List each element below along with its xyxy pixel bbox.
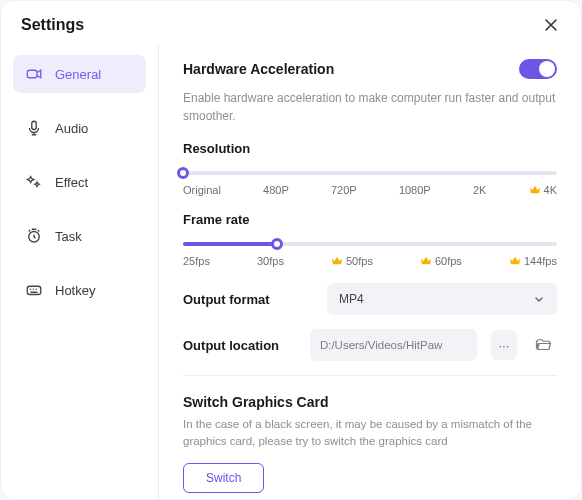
sidebar-item-audio[interactable]: Audio	[13, 109, 146, 147]
framerate-ticks: 25fps30fps 50fps 60fps 144fps	[183, 255, 557, 267]
more-options-button[interactable]: ···	[491, 330, 517, 360]
slider-thumb[interactable]	[177, 167, 189, 179]
crown-icon	[420, 256, 432, 266]
close-icon	[544, 18, 558, 32]
resolution-tick: 1080P	[399, 184, 431, 196]
chevron-down-icon	[533, 293, 545, 305]
folder-open-icon	[535, 336, 553, 354]
crown-icon	[331, 256, 343, 266]
resolution-tick: 4K	[529, 184, 557, 196]
sidebar-item-label: Hotkey	[55, 283, 95, 298]
sidebar-item-label: Effect	[55, 175, 88, 190]
close-button[interactable]	[541, 15, 561, 35]
sidebar-item-effect[interactable]: Effect	[13, 163, 146, 201]
resolution-ticks: Original480P720P1080P2K 4K	[183, 184, 557, 196]
resolution-tick: Original	[183, 184, 221, 196]
output-location-label: Output location	[183, 338, 296, 353]
crown-icon	[509, 256, 521, 266]
svg-rect-0	[27, 70, 37, 78]
slider-fill	[183, 242, 277, 246]
sidebar-item-general[interactable]: General	[13, 55, 146, 93]
framerate-tick: 50fps	[331, 255, 373, 267]
resolution-slider[interactable]	[183, 166, 557, 180]
sidebar-item-label: Audio	[55, 121, 88, 136]
window-header: Settings	[1, 1, 581, 45]
svg-rect-3	[27, 286, 41, 294]
framerate-title: Frame rate	[183, 212, 557, 227]
spacer	[183, 493, 557, 500]
sidebar-item-label: General	[55, 67, 101, 82]
svg-rect-1	[32, 121, 37, 129]
framerate-tick: 30fps	[257, 255, 284, 267]
clock-icon	[25, 227, 43, 245]
framerate-tick: 144fps	[509, 255, 557, 267]
open-folder-button[interactable]	[531, 330, 557, 360]
resolution-title: Resolution	[183, 141, 557, 156]
resolution-tick: 2K	[473, 184, 486, 196]
switch-card-button[interactable]: Switch	[183, 463, 264, 493]
settings-window: Settings General Audio	[0, 0, 582, 500]
ellipsis-icon: ···	[498, 338, 509, 353]
output-format-select[interactable]: MP4	[327, 283, 557, 315]
hw-accel-title: Hardware Acceleration	[183, 61, 334, 77]
sidebar-item-hotkey[interactable]: Hotkey	[13, 271, 146, 309]
window-title: Settings	[21, 16, 84, 34]
sidebar-item-task[interactable]: Task	[13, 217, 146, 255]
camera-icon	[25, 65, 43, 83]
crown-icon	[529, 185, 541, 195]
hw-accel-toggle[interactable]	[519, 59, 557, 79]
output-format-label: Output format	[183, 292, 313, 307]
resolution-tick: 480P	[263, 184, 289, 196]
divider	[183, 375, 557, 376]
sidebar: General Audio Effect Task	[1, 45, 159, 499]
keyboard-icon	[25, 281, 43, 299]
sparkle-icon	[25, 173, 43, 191]
switch-card-title: Switch Graphics Card	[183, 394, 557, 410]
window-body: General Audio Effect Task	[1, 45, 581, 499]
resolution-tick: 720P	[331, 184, 357, 196]
output-location-input[interactable]	[310, 329, 477, 361]
microphone-icon	[25, 119, 43, 137]
output-location-row: Output location ···	[183, 329, 557, 361]
slider-thumb[interactable]	[271, 238, 283, 250]
main-panel: Hardware Acceleration Enable hardware ac…	[159, 45, 581, 499]
output-format-value: MP4	[339, 292, 364, 306]
hw-accel-row: Hardware Acceleration	[183, 59, 557, 79]
sidebar-item-label: Task	[55, 229, 82, 244]
framerate-tick: 25fps	[183, 255, 210, 267]
switch-card-desc: In the case of a black screen, it may be…	[183, 416, 557, 451]
slider-track	[183, 171, 557, 175]
framerate-tick: 60fps	[420, 255, 462, 267]
output-format-row: Output format MP4	[183, 283, 557, 315]
hw-accel-desc: Enable hardware acceleration to make com…	[183, 89, 557, 125]
framerate-slider[interactable]	[183, 237, 557, 251]
